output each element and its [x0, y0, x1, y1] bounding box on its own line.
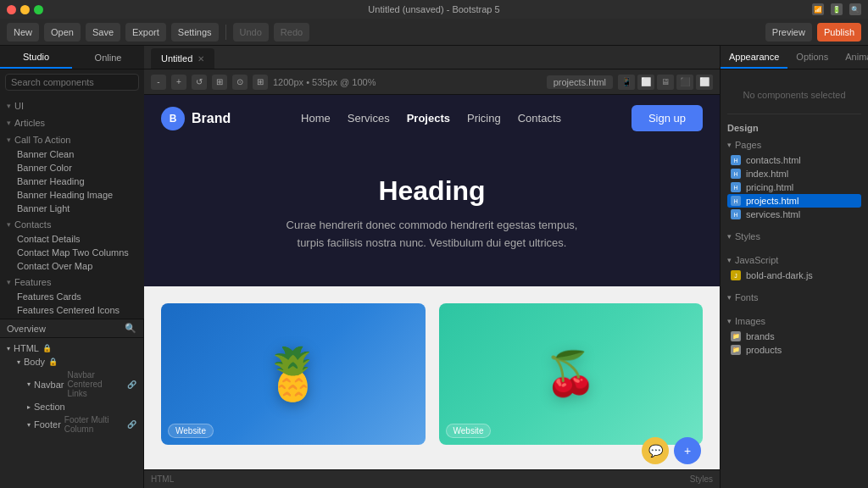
file-services[interactable]: H services.html [727, 208, 861, 221]
styles-section-header[interactable]: Styles [727, 228, 861, 245]
file-icon-projects: H [731, 196, 741, 206]
file-pricing[interactable]: H pricing.html [727, 180, 861, 194]
lock-icon-body: 🔒 [48, 358, 58, 366]
right-panel: Appearance Options Animation 🔍 ⚙ No comp… [720, 46, 868, 488]
tree-section-header-ui[interactable]: UI [0, 98, 144, 114]
add-float-button[interactable]: + [674, 437, 701, 464]
settings-button[interactable]: Settings [171, 23, 219, 42]
site-hero: Heading Curae hendrerit donec commodo he… [144, 141, 720, 286]
tab-studio[interactable]: Studio [0, 46, 72, 69]
viewport-info: 1200px • 535px @ 100% [273, 77, 376, 87]
html-node-body[interactable]: ▾ Body 🔒 [0, 355, 143, 369]
desktop-icon[interactable]: 🖥 [657, 75, 674, 90]
tree-item-contact-map-two[interactable]: Contact Map Two Columns [0, 246, 144, 259]
tree-item-banner-clean[interactable]: Banner Clean [0, 147, 144, 161]
tab-animation[interactable]: Animation [837, 46, 868, 69]
bottom-html-label: HTML [151, 474, 174, 484]
file-label-index: index.html [746, 169, 788, 179]
export-button[interactable]: Export [125, 23, 166, 42]
link-icon-navbar: 🔗 [127, 380, 136, 389]
editor-tab-close-icon[interactable]: ✕ [198, 54, 204, 64]
fit-button[interactable]: ⊞ [212, 75, 227, 90]
tree-section-header-articles[interactable]: Articles [0, 115, 144, 130]
nav-link-contacts[interactable]: Contacts [518, 112, 561, 125]
javascript-section-header[interactable]: JavaScript [727, 252, 861, 269]
signup-button[interactable]: Sign up [632, 105, 703, 131]
fullscreen-icon[interactable]: ⬜ [696, 75, 713, 90]
partial-cards-row [144, 462, 720, 469]
search-icon[interactable]: 🔍 [849, 3, 861, 15]
titlebar: Untitled (unsaved) - Bootstrap 5 📶 🔋 🔍 [0, 0, 868, 19]
minimize-window-dot[interactable] [20, 5, 30, 14]
open-button[interactable]: Open [44, 23, 81, 42]
new-button[interactable]: New [7, 23, 39, 42]
overview-label: Overview [7, 324, 46, 334]
address-bar: - + ↺ ⊞ ⊙ ⊞ 1200px • 535px @ 100% projec… [144, 69, 720, 95]
nav-link-projects[interactable]: Projects [407, 112, 450, 125]
file-icon-pricing: H [731, 182, 741, 192]
tree-section-header-cta[interactable]: Call To Action [0, 132, 144, 147]
current-file-name[interactable]: projects.html [547, 75, 613, 89]
images-section: Images 📁 brands 📁 products [727, 313, 861, 357]
tree-item-contact-over-map[interactable]: Contact Over Map [0, 259, 144, 273]
tree-section-header-features[interactable]: Features [0, 274, 144, 290]
tree-item-features-centered-icons[interactable]: Features Centered Icons [0, 303, 144, 317]
file-contacts[interactable]: H contacts.html [727, 153, 861, 167]
tab-online[interactable]: Online [72, 46, 144, 69]
nav-back-button[interactable]: ↺ [192, 75, 207, 90]
undo-button[interactable]: Undo [233, 23, 269, 42]
folder-brands[interactable]: 📁 brands [727, 330, 861, 343]
zoom-in-button[interactable]: + [171, 75, 186, 90]
navbar-sublabel: Navbar Centered Links [67, 370, 124, 398]
tree-item-contact-details[interactable]: Contact Details [0, 232, 144, 246]
nav-link-home[interactable]: Home [301, 112, 331, 125]
tree-section-features: Features Features Cards Features Centere… [0, 274, 144, 319]
pages-section-header[interactable]: Pages [727, 136, 861, 153]
overview-search-icon[interactable]: 🔍 [125, 323, 136, 334]
tree-item-banner-heading[interactable]: Banner Heading [0, 175, 144, 188]
window-title: Untitled (unsaved) - Bootstrap 5 [368, 4, 499, 14]
file-bold-dark[interactable]: J bold-and-dark.js [727, 269, 861, 282]
maximize-window-dot[interactable] [34, 5, 43, 14]
file-icon-index: H [731, 169, 741, 179]
tablet-icon[interactable]: ⬜ [637, 75, 654, 90]
file-label-services: services.html [746, 209, 800, 219]
file-index[interactable]: H index.html [727, 167, 861, 180]
grid-button[interactable]: ⊞ [253, 75, 268, 90]
tree-section-header-contacts[interactable]: Contacts [0, 217, 144, 232]
tab-options[interactable]: Options [787, 46, 837, 69]
center-button[interactable]: ⊙ [232, 75, 248, 90]
html-node-html[interactable]: ▾ HTML 🔒 [0, 341, 143, 355]
right-panel-tab-bar: Appearance Options Animation 🔍 ⚙ [721, 46, 868, 69]
desktop-wide-icon[interactable]: ⬛ [676, 75, 693, 90]
publish-button[interactable]: Publish [817, 23, 861, 42]
nav-link-services[interactable]: Services [348, 112, 390, 125]
html-node-navbar[interactable]: ▾ Navbar Navbar Centered Links 🔗 [0, 369, 143, 400]
html-node-footer[interactable]: ▾ Footer Footer Multi Column 🔗 [0, 413, 143, 435]
file-projects[interactable]: H projects.html [727, 194, 861, 208]
site-navbar: B Brand Home Services Projects Pricing C… [144, 95, 720, 141]
mobile-icon[interactable]: 📱 [618, 75, 635, 90]
close-window-dot[interactable] [7, 5, 16, 14]
nav-link-pricing[interactable]: Pricing [467, 112, 501, 125]
tree-item-banner-light[interactable]: Banner Light [0, 202, 144, 215]
tree-section-articles: Articles [0, 115, 144, 130]
search-input[interactable] [5, 74, 139, 91]
editor-tab-untitled[interactable]: Untitled ✕ [151, 48, 214, 69]
javascript-section: JavaScript J bold-and-dark.js [727, 252, 861, 282]
images-label: Images [735, 316, 765, 326]
tab-appearance[interactable]: Appearance [721, 46, 787, 69]
redo-button[interactable]: Redo [274, 23, 309, 42]
images-section-header[interactable]: Images [727, 313, 861, 330]
chat-float-button[interactable]: 💬 [642, 437, 669, 464]
folder-products[interactable]: 📁 products [727, 343, 861, 357]
html-node-section[interactable]: ▸ Section [0, 400, 143, 413]
save-button[interactable]: Save [86, 23, 120, 42]
preview-button[interactable]: Preview [765, 23, 812, 42]
tree-item-features-cards[interactable]: Features Cards [0, 290, 144, 303]
zoom-out-button[interactable]: - [151, 75, 166, 90]
tree-item-banner-heading-image[interactable]: Banner Heading Image [0, 188, 144, 202]
fonts-section-header[interactable]: Fonts [727, 289, 861, 306]
tree-section-contacts: Contacts Contact Details Contact Map Two… [0, 217, 144, 273]
tree-item-banner-color[interactable]: Banner Color [0, 161, 144, 175]
